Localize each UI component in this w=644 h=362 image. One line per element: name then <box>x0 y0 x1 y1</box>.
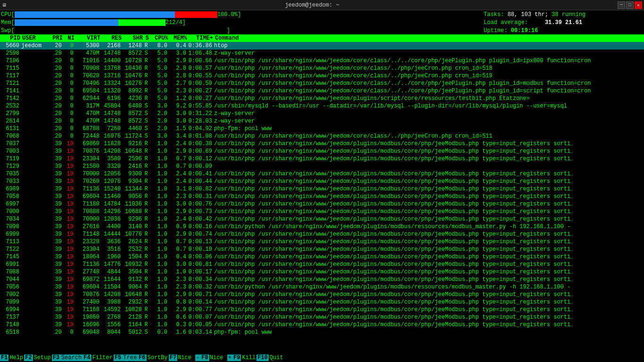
proc-ni: 0 <box>64 329 75 336</box>
proc-cmd: /usr/bin/php /usr/share/nginx/www/jeedom… <box>214 148 644 155</box>
proc-ni: 19 <box>64 201 75 207</box>
proc-shr: 9296 <box>123 216 144 222</box>
table-row[interactable]: 7117 20 0 70620 13716 10476 R 5.0 2.8 0:… <box>0 72 644 80</box>
proc-res: 12076 <box>101 178 123 185</box>
proc-pid: 6994 <box>0 306 21 313</box>
proc-virt: 19860 <box>75 314 101 321</box>
table-row[interactable]: 7035 39 19 70000 12056 9300 R 1.0 2.4 0:… <box>0 170 644 178</box>
fkey-f10[interactable]: F10Quit <box>256 354 284 361</box>
proc-s: S <box>144 133 150 140</box>
table-row[interactable]: 7099 39 19 27400 3988 2932 R 1.0 0.8 0:0… <box>0 298 644 306</box>
proc-cmd: /usr/bin/php /usr/share/nginx/www/jeedom… <box>214 276 644 283</box>
proc-cmd: /usr/bin/php /usr/share/nginx/www/jeedom… <box>214 140 644 147</box>
proc-pid: 7142 <box>0 95 21 102</box>
fkey-f2[interactable]: F2Setup <box>24 354 51 361</box>
proc-cpu: 5.0 <box>150 50 169 57</box>
table-row[interactable]: 7068 20 0 72448 16976 11724 S 3.0 3.4 0:… <box>0 132 644 140</box>
fkey-f9[interactable]: F9Kill <box>232 354 256 361</box>
proc-virt: 70908 <box>75 65 101 72</box>
proc-mem: 3.0 <box>169 261 188 268</box>
fkey-f8[interactable]: F8Nice + <box>200 354 232 361</box>
table-row[interactable]: 7115 20 0 70908 13768 10436 R 5.0 2.8 0:… <box>0 65 644 72</box>
proc-user: jeedom <box>21 42 50 49</box>
table-row[interactable]: 6989 39 19 71136 15240 11344 R 1.0 3.1 0… <box>0 185 644 193</box>
table-row[interactable]: 7119 39 19 23304 3580 2596 R 1.0 0.7 0:0… <box>0 155 644 163</box>
proc-virt: 71136 <box>75 186 101 192</box>
table-row[interactable]: 6997 39 19 71180 14784 11036 R 1.0 3.0 0… <box>0 200 644 208</box>
table-row[interactable]: 7121 20 0 70496 13324 10276 R 5.0 2.7 0:… <box>0 80 644 87</box>
table-row[interactable]: 7106 20 0 71016 14400 10728 R 5.0 2.9 0:… <box>0 57 644 65</box>
table-row[interactable]: 7122 39 19 23304 3516 2532 R 1.0 0.7 0:0… <box>0 246 644 253</box>
table-row[interactable]: 5660 jeedom 20 0 5300 2168 1248 R 8.0 0.… <box>0 42 644 49</box>
table-row[interactable]: 7113 39 19 23328 3636 2624 R 1.0 0.7 0:0… <box>0 238 644 246</box>
table-row[interactable]: 7033 39 19 70260 12076 9304 R 1.0 2.4 0:… <box>0 178 644 185</box>
table-row[interactable]: 7056 39 19 69604 11504 9064 R 1.0 2.3 0:… <box>0 283 644 291</box>
proc-cpu: 1.0 <box>150 284 169 290</box>
table-row[interactable]: 7148 39 19 16696 1556 1164 R 1.0 0.3 0:0… <box>0 321 644 329</box>
table-row[interactable]: 7088 39 19 27748 4844 3504 R 1.0 1.0 0:0… <box>0 268 644 276</box>
table-row[interactable]: 6991 39 19 71136 14776 10932 R 1.0 3.0 0… <box>0 261 644 268</box>
proc-cmd: /usr/bin/php /usr/share/nginx/www/jeedom… <box>214 254 644 260</box>
proc-shr: 9304 <box>123 178 144 185</box>
proc-shr: 1164 <box>123 321 144 328</box>
proc-pri: 39 <box>50 178 64 185</box>
proc-virt: 23304 <box>75 246 101 253</box>
table-row[interactable]: 7142 20 0 62944 6196 4236 R 5.0 1.2 0:00… <box>0 95 644 102</box>
proc-res: 11320 <box>101 88 123 94</box>
proc-cpu: 5.0 <box>150 73 169 79</box>
proc-s: R <box>144 223 150 230</box>
proc-cmd: /usr/bin/php /usr/share/nginx/www/jeedom… <box>214 58 644 64</box>
proc-pri: 20 <box>50 103 64 109</box>
table-row[interactable]: 6131 20 0 68788 7260 4460 S 2.0 1.5 0:04… <box>0 125 644 132</box>
proc-mem: 0.7 <box>169 163 188 170</box>
proc-res: 15240 <box>101 186 123 192</box>
table-row[interactable]: 7058 39 19 69604 11460 9056 R 1.0 2.3 0:… <box>0 193 644 200</box>
proc-ni: 0 <box>64 80 75 87</box>
proc-cpu: 1.0 <box>150 269 169 275</box>
proc-time: 0:00.06 <box>188 254 214 260</box>
table-row[interactable]: 7044 39 19 69872 11644 9132 R 1.0 2.3 0:… <box>0 276 644 283</box>
fkey-f4[interactable]: F4Filter <box>83 354 114 361</box>
proc-time: 0:00.66 <box>188 58 214 64</box>
close-button[interactable]: ✕ <box>635 1 642 9</box>
table-row[interactable]: 7129 39 19 21580 3320 2416 R 1.0 0.7 0:0… <box>0 163 644 170</box>
fkey-f7[interactable]: F7Nice - <box>169 354 201 361</box>
table-row[interactable]: 2598 20 0 470M 14748 8572 S 5.0 3.0 1:06… <box>0 49 644 57</box>
table-row[interactable]: 2799 20 0 470M 14748 8572 S 2.0 3.0 0:31… <box>0 110 644 117</box>
proc-cmd: /usr/bin/php /usr/share/nginx/www/jeedom… <box>214 314 644 321</box>
table-row[interactable]: 2532 20 0 317M 45804 6480 S 3.0 9.2 0:55… <box>0 102 644 110</box>
table-row[interactable]: 6999 39 19 71148 14444 10776 R 1.0 2.9 0… <box>0 230 644 238</box>
table-row[interactable]: 6994 39 19 71168 14592 10828 R 1.0 2.9 0… <box>0 306 644 313</box>
proc-res: 11828 <box>101 140 123 147</box>
fkey-f6[interactable]: F6SortBy <box>138 354 169 361</box>
proc-pid: 7106 <box>0 58 21 64</box>
table-row[interactable]: 7145 39 19 18064 1960 1504 R 1.0 0.4 0:0… <box>0 253 644 261</box>
fkey-f5[interactable]: F5Tree <box>114 354 138 361</box>
minimize-button[interactable]: ─ <box>618 1 625 9</box>
proc-virt: 5300 <box>75 42 101 49</box>
proc-time: 0:00.12 <box>188 156 214 162</box>
table-row[interactable]: 7002 39 19 70876 14208 10648 R 1.0 2.9 0… <box>0 291 644 298</box>
fkey-f3[interactable]: F3Search <box>52 354 83 361</box>
proc-pri: 39 <box>50 208 64 215</box>
table-row[interactable]: 7141 20 0 69584 11320 8992 R 5.0 2.3 0:0… <box>0 87 644 95</box>
maximize-button[interactable]: □ <box>626 1 634 9</box>
table-row[interactable]: 7137 39 19 19860 2768 2128 R 1.0 0.6 0:0… <box>0 313 644 321</box>
proc-time: 0:00.27 <box>188 88 214 94</box>
proc-shr: 8572 <box>123 110 144 117</box>
table-row[interactable]: 6518 20 0 69048 8044 5012 S 0.0 1.6 0:03… <box>0 329 644 336</box>
proc-cmd: /usr/bin/php /usr/share/nginx/www/jeedom… <box>214 306 644 313</box>
cpu-pct: 100.0% <box>217 11 238 18</box>
proc-virt: 71136 <box>75 261 101 268</box>
proc-shr: 10688 <box>123 208 144 215</box>
proc-pri: 39 <box>50 193 64 200</box>
table-row[interactable]: 7003 39 19 70876 14208 10648 R 1.0 2.9 0… <box>0 148 644 155</box>
table-row[interactable]: 7034 39 19 70000 12036 9296 R 1.0 2.4 0:… <box>0 215 644 223</box>
f4-label: Filter <box>91 354 114 361</box>
table-row[interactable]: 7098 39 19 27616 4400 3140 R 1.0 0.9 0:0… <box>0 223 644 230</box>
table-row[interactable]: 7037 39 19 69860 11828 9216 R 1.0 2.4 0:… <box>0 140 644 148</box>
proc-res: 3580 <box>101 156 123 162</box>
table-row[interactable]: 7000 39 19 70888 14296 10688 R 1.0 2.9 0… <box>0 208 644 215</box>
table-row[interactable]: 2614 20 0 470M 14748 8572 S 2.0 3.0 0:28… <box>0 117 644 125</box>
fkey-f1[interactable]: F1Help <box>0 354 24 361</box>
